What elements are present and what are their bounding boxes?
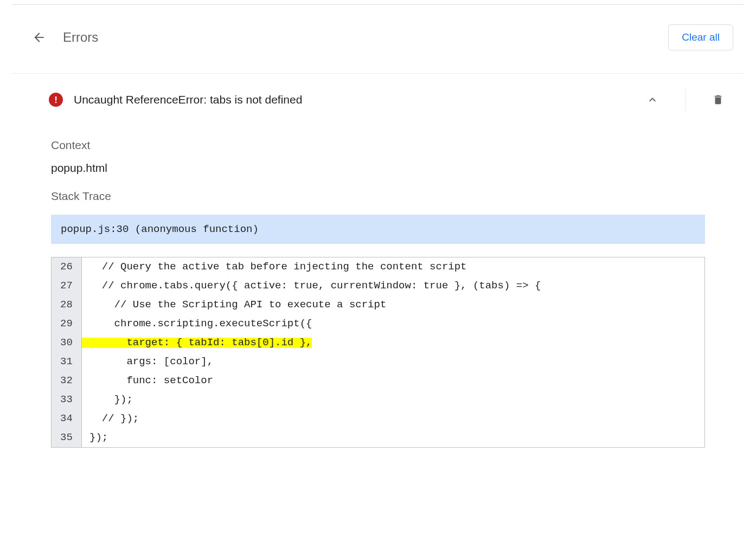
error-actions — [646, 89, 725, 111]
line-number: 31 — [52, 352, 82, 371]
code-row: 28 // Use the Scripting API to execute a… — [52, 295, 704, 314]
line-content: }); — [82, 390, 704, 409]
line-number: 32 — [52, 371, 82, 390]
line-number: 28 — [52, 295, 82, 314]
line-content: // Use the Scripting API to execute a sc… — [82, 295, 704, 314]
line-content: args: [color], — [82, 352, 704, 371]
code-row: 31 args: [color], — [52, 352, 704, 371]
clear-all-button[interactable]: Clear all — [668, 24, 733, 50]
line-content: // }); — [82, 409, 704, 428]
stack-frame[interactable]: popup.js:30 (anonymous function) — [51, 215, 705, 244]
code-block: 26 // Query the active tab before inject… — [51, 257, 705, 448]
action-separator — [685, 89, 685, 111]
line-number: 27 — [52, 276, 82, 295]
error-icon: ! — [49, 93, 63, 107]
line-number: 29 — [52, 314, 82, 333]
line-content: func: setColor — [82, 371, 704, 390]
line-number: 35 — [52, 428, 82, 447]
error-details: Context popup.html Stack Trace popup.js:… — [12, 139, 744, 459]
code-row: 32 func: setColor — [52, 371, 704, 390]
code-row: 33 }); — [52, 390, 704, 409]
errors-panel: Errors Clear all ! Uncaught ReferenceErr… — [12, 4, 744, 459]
highlighted-code: target: { tabId: tabs[0].id }, — [82, 338, 312, 348]
error-row[interactable]: ! Uncaught ReferenceError: tabs is not d… — [12, 74, 744, 126]
line-content: // Query the active tab before injecting… — [82, 257, 704, 276]
stack-trace-heading: Stack Trace — [51, 190, 705, 203]
trash-icon[interactable] — [712, 93, 725, 106]
back-arrow-icon[interactable] — [31, 30, 47, 45]
error-message: Uncaught ReferenceError: tabs is not def… — [74, 93, 635, 106]
line-content: }); — [82, 428, 704, 447]
page-title: Errors — [63, 30, 98, 45]
line-content: target: { tabId: tabs[0].id }, — [82, 333, 704, 352]
chevron-up-icon[interactable] — [646, 93, 659, 106]
line-content: // chrome.tabs.query({ active: true, cur… — [82, 276, 704, 295]
code-row: 26 // Query the active tab before inject… — [52, 257, 704, 276]
error-icon-glyph: ! — [54, 95, 57, 105]
header-left: Errors — [31, 30, 98, 45]
line-number: 26 — [52, 257, 82, 276]
header-bar: Errors Clear all — [12, 11, 744, 63]
context-heading: Context — [51, 139, 705, 152]
line-number: 34 — [52, 409, 82, 428]
line-content: chrome.scripting.executeScript({ — [82, 314, 704, 333]
code-row: 27 // chrome.tabs.query({ active: true, … — [52, 276, 704, 295]
code-row: 30 target: { tabId: tabs[0].id }, — [52, 333, 704, 352]
code-row: 29 chrome.scripting.executeScript({ — [52, 314, 704, 333]
code-row: 34 // }); — [52, 409, 704, 428]
line-number: 30 — [52, 333, 82, 352]
context-value: popup.html — [51, 162, 705, 175]
code-row: 35}); — [52, 428, 704, 447]
line-number: 33 — [52, 390, 82, 409]
